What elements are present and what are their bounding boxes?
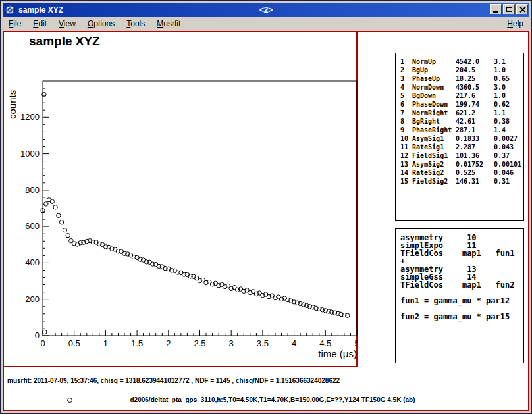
app-icon[interactable] — [5, 5, 15, 15]
x-tick-label: 5 — [354, 338, 358, 348]
plot-title: sample XYZ — [29, 34, 100, 49]
param-row: 14RateSig20.5250.046 — [396, 168, 523, 177]
legend-text: d2006/deltat_pta_gps_3110,h:5,T0=4.50K,T… — [57, 396, 489, 403]
param-row: 9PhaseRight287.11.4 — [396, 126, 523, 134]
main-window: sample XYZ <2> FileEditViewOptionsToolsM… — [0, 0, 532, 414]
y-axis-label: counts — [7, 90, 18, 119]
titlebar[interactable]: sample XYZ <2> — [3, 3, 529, 17]
data-point — [43, 330, 47, 334]
menu-item-options[interactable]: Options — [82, 17, 120, 31]
theory-line: fun1 = gamma_mu * par12 — [396, 297, 523, 305]
x-tick-label: 1.5 — [131, 338, 143, 348]
x-tick-label: 0.5 — [68, 338, 80, 348]
data-point — [57, 213, 61, 217]
menu-item-tools[interactable]: Tools — [120, 17, 151, 31]
maximize-button[interactable] — [503, 4, 515, 14]
y-tick-label: 800 — [25, 185, 40, 195]
param-row: 8BgRight42.610.38 — [396, 117, 523, 126]
theory-line: fun2 = gamma_mu * par15 — [396, 313, 523, 321]
data-point — [59, 220, 63, 224]
menu-item-file[interactable]: File — [3, 17, 27, 31]
minimize-button[interactable] — [490, 4, 502, 14]
x-tick-label: 0 — [40, 338, 45, 348]
param-row: 1NormUp4542.03.1 — [396, 57, 523, 66]
menubar: FileEditViewOptionsToolsMusrfit Help — [3, 17, 529, 31]
y-tick-label: 1200 — [20, 112, 40, 122]
param-row: 6PhaseDown199.740.62 — [396, 100, 523, 109]
y-tick-label: 200 — [25, 294, 40, 304]
data-point — [147, 260, 151, 264]
maximize-icon — [506, 7, 512, 12]
data-point — [44, 202, 48, 206]
menu-item-edit[interactable]: Edit — [27, 17, 53, 31]
param-row: 5BgDown217.61.0 — [396, 91, 523, 100]
param-row: 10AsymSig10.18330.0027 — [396, 134, 523, 143]
x-tick-label: 4 — [292, 338, 296, 348]
menu-item-musrfit[interactable]: Musrfit — [151, 17, 186, 31]
plot-pad[interactable]: sample XYZ 00.511.522.533.544.5502004006… — [4, 32, 358, 367]
plot-frame — [43, 81, 357, 336]
window-badge: <2> — [259, 5, 273, 14]
data-point — [66, 234, 70, 238]
menu-item-view[interactable]: View — [53, 17, 82, 31]
menu-item-help[interactable]: Help — [501, 17, 529, 31]
theory-line: TFieldCos map1 fun2 — [396, 281, 523, 289]
param-row: 4NormDown4360.53.0 — [396, 83, 523, 91]
x-axis-label: time (μs) — [318, 348, 357, 359]
plot[interactable]: 00.511.522.533.544.550200400600800100012… — [4, 32, 358, 367]
data-point — [53, 205, 57, 209]
param-box[interactable]: 1NormUp4542.03.12BgUp204.51.03PhaseUp18.… — [395, 53, 524, 221]
window-title: sample XYZ — [18, 5, 63, 14]
param-row: 3PhaseUp18.250.65 — [396, 74, 523, 83]
y-tick-label: 400 — [25, 257, 40, 267]
data-point — [63, 228, 66, 232]
data-point — [135, 255, 139, 259]
root-canvas[interactable]: sample XYZ 00.511.522.533.544.5502004006… — [3, 31, 529, 411]
data-point — [173, 269, 176, 272]
x-tick-label: 3 — [229, 338, 234, 348]
data-point — [141, 258, 145, 262]
close-button[interactable] — [516, 4, 528, 14]
data-point — [119, 249, 123, 253]
param-row: 11RateSig12.2870.043 — [396, 143, 523, 151]
param-row: 13AsymSig20.017520.00101 — [396, 160, 523, 168]
x-tick-label: 1 — [103, 338, 108, 348]
y-tick-label: 0 — [35, 330, 40, 340]
menu-left: FileEditViewOptionsToolsMusrfit — [3, 17, 186, 31]
param-row: 7NormRight621.21.1 — [396, 109, 523, 117]
param-row: 15FieldSig2146.310.31 — [396, 177, 523, 186]
data-point — [346, 313, 350, 317]
close-icon — [519, 7, 525, 13]
x-tick-label: 2.5 — [194, 338, 205, 348]
param-row: 12FieldSig1101.360.37 — [396, 151, 523, 160]
y-tick-label: 1000 — [20, 149, 40, 159]
menu-right: Help — [501, 17, 529, 31]
x-tick-label: 2 — [166, 338, 171, 348]
fit-info-text: musrfit: 2011-07-09, 15:37:46, chisq = 1… — [7, 377, 340, 384]
minimize-icon — [493, 11, 498, 13]
data-point — [154, 262, 158, 266]
x-tick-label: 4.5 — [319, 338, 331, 348]
x-tick-label: 3.5 — [257, 338, 269, 348]
param-row: 2BgUp204.51.0 — [396, 66, 523, 74]
theory-box[interactable]: asymmetry 10simplExpo 11TFieldCos map1 f… — [395, 228, 524, 363]
theory-line: TFieldCos map1 fun1 — [396, 249, 523, 257]
y-tick-label: 600 — [25, 221, 40, 231]
